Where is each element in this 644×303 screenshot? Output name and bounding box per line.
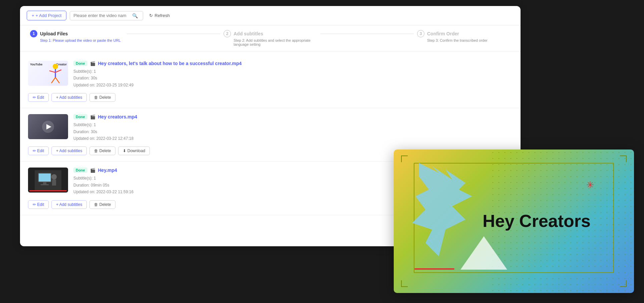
- video-camera-icon-2: 🎬: [90, 114, 95, 119]
- video-thumb-1: YouTube Creator: [28, 61, 68, 86]
- step-2-title: Add subtitles: [234, 31, 263, 36]
- svg-rect-14: [52, 180, 56, 186]
- corner-dash-tr-h: [620, 156, 627, 156]
- video-title-3[interactable]: Hey.mp4: [98, 168, 117, 173]
- add-subtitles-button-1[interactable]: + Add subtitles: [51, 93, 87, 102]
- preview-panel: ✳ Hey Creators: [394, 149, 634, 293]
- video-info-1: Done 🎬 Hey creators, let's talk about ho…: [73, 61, 513, 88]
- video-camera-icon-1: 🎬: [90, 61, 95, 66]
- svg-line-4: [51, 77, 55, 83]
- steps-bar: 1 Upload Files Step 1: Please upload the…: [20, 25, 521, 51]
- subtitles-1: Subtitle(s): 1: [73, 68, 513, 75]
- step-2-header: 2 Add subtitles: [224, 30, 317, 37]
- video-title-1[interactable]: Hey creators, let's talk about how to be…: [98, 61, 242, 66]
- updated-1: Updated on: 2022-03-25 19:02:49: [73, 82, 513, 88]
- white-arrow: [460, 236, 507, 270]
- svg-marker-15: [460, 236, 507, 270]
- thumb-youtube-label: YouTube: [30, 63, 42, 66]
- step-1-title: Upload Files: [40, 31, 68, 36]
- refresh-button[interactable]: ↻ Refresh: [146, 11, 173, 20]
- add-subtitles-button-2[interactable]: + Add subtitles: [51, 146, 87, 155]
- add-project-button[interactable]: + + Add Project: [27, 11, 66, 20]
- corner-dash-bl-h: [401, 286, 408, 287]
- svg-rect-12: [41, 184, 49, 185]
- corner-dash-tl-h: [401, 156, 408, 156]
- toolbar: + + Add Project 🔍 ↻ Refresh: [20, 6, 521, 25]
- video-thumb-2: [28, 114, 68, 139]
- video-item-1: YouTube Creator: [20, 55, 521, 108]
- video-meta-1: Subtitle(s): 1 Duration: 30s Updated on:…: [73, 68, 513, 88]
- step-2-subtitle: Step 2: Add subtitles and select the app…: [224, 38, 317, 46]
- edit-button-2[interactable]: ✏ Edit: [28, 146, 49, 155]
- video-item-1-top: YouTube Creator: [28, 61, 513, 88]
- status-badge-1: Done: [73, 61, 87, 66]
- corner-dash-br-v: [626, 280, 627, 287]
- star-decoration: ✳: [586, 180, 594, 191]
- delete-button-2[interactable]: 🗑 Delete: [89, 146, 115, 155]
- step-divider-2: [320, 34, 414, 34]
- step-1-circle: 1: [30, 30, 37, 37]
- edit-button-1[interactable]: ✏ Edit: [28, 93, 49, 102]
- thumb-stick-figure: [45, 62, 65, 84]
- svg-point-0: [53, 64, 58, 69]
- step-3-circle: 3: [417, 30, 424, 37]
- step-3-header: 3 Confirm Order: [417, 30, 511, 37]
- video-thumb-3: [28, 168, 68, 193]
- duration-1: Duration: 30s: [73, 75, 513, 81]
- status-badge-2: Done: [73, 114, 87, 119]
- duration-2: Duration: 30s: [73, 128, 513, 135]
- svg-line-2: [49, 71, 55, 72]
- corner-dash-bl-v: [401, 280, 402, 287]
- thumb-play-icon: [41, 120, 55, 133]
- step-1-header: 1 Upload Files: [30, 30, 123, 37]
- video-actions-1: ✏ Edit + Add subtitles 🗑 Delete: [28, 93, 513, 102]
- svg-rect-10: [39, 174, 51, 182]
- svg-rect-11: [43, 182, 46, 184]
- add-subtitles-button-3[interactable]: + Add subtitles: [51, 200, 87, 209]
- svg-point-13: [51, 174, 57, 180]
- video-title-row-2: Done 🎬 Hey creators.mp4: [73, 114, 513, 119]
- refresh-label: Refresh: [154, 13, 170, 18]
- search-container: 🔍: [70, 11, 143, 20]
- refresh-icon: ↻: [149, 13, 153, 18]
- corner-dash-tr-v: [626, 156, 627, 162]
- download-button-2[interactable]: ⬇ Download: [118, 146, 150, 155]
- plus-icon: +: [32, 13, 34, 18]
- svg-line-5: [55, 77, 59, 83]
- status-badge-3: Done: [73, 168, 87, 173]
- delete-button-3[interactable]: 🗑 Delete: [89, 200, 115, 209]
- add-project-label: + Add Project: [36, 13, 62, 18]
- video-info-2: Done 🎬 Hey creators.mp4 Subtitle(s): 1 D…: [73, 114, 513, 142]
- delete-button-1[interactable]: 🗑 Delete: [89, 93, 115, 102]
- svg-line-3: [55, 70, 61, 72]
- corner-dash-br-h: [620, 286, 627, 287]
- video-camera-icon-3: 🎬: [90, 168, 95, 173]
- step-1: 1 Upload Files Step 1: Please upload the…: [30, 30, 123, 42]
- step-2: 2 Add subtitles Step 2: Add subtitles an…: [224, 30, 317, 46]
- thumb-desk: [28, 168, 68, 193]
- step-3: 3 Confirm Order Step 3: Confirm the tran…: [417, 30, 511, 42]
- preview-title: Hey Creators: [482, 212, 591, 231]
- corner-dash-tl-v: [401, 156, 402, 162]
- step-2-circle: 2: [224, 30, 231, 37]
- step-divider-1: [127, 34, 220, 34]
- red-progress-bar: [414, 268, 454, 270]
- video-title-row-1: Done 🎬 Hey creators, let's talk about ho…: [73, 61, 513, 66]
- step-3-subtitle: Step 3: Confirm the transcribed order: [417, 38, 511, 42]
- video-title-2[interactable]: Hey creators.mp4: [98, 114, 137, 119]
- step-3-title: Confirm Order: [427, 31, 459, 36]
- thumb-dark: [28, 114, 68, 139]
- subtitles-2: Subtitle(s): 1: [73, 121, 513, 128]
- video-meta-2: Subtitle(s): 1 Duration: 30s Updated on:…: [73, 121, 513, 142]
- red-progress: [29, 190, 67, 191]
- step-1-subtitle: Step 1: Please upload the video or paste…: [30, 38, 123, 42]
- edit-button-3[interactable]: ✏ Edit: [28, 200, 49, 209]
- thumb-desk-svg: [35, 170, 61, 190]
- video-item-2-top: Done 🎬 Hey creators.mp4 Subtitle(s): 1 D…: [28, 114, 513, 142]
- search-icon: 🔍: [132, 13, 138, 18]
- updated-2: Updated on: 2022-03-22 12:47:18: [73, 135, 513, 142]
- preview-background: ✳ Hey Creators: [394, 149, 634, 293]
- thumb-creators-inner: YouTube Creator: [28, 61, 68, 86]
- search-input[interactable]: [73, 13, 130, 18]
